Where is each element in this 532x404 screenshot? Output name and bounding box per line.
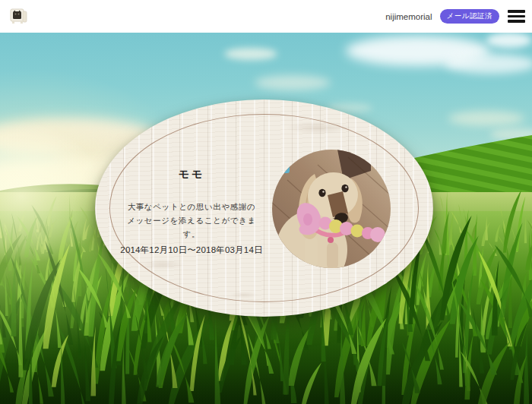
memorial-text: モモ 大事なペットとの思い出や感謝のメッセージを添えることができます。 2014…	[115, 168, 268, 256]
pet-name: モモ	[115, 168, 268, 180]
background-scene: モモ 大事なペットとの思い出や感謝のメッセージを添えることができます。 2014…	[0, 33, 532, 404]
pet-life-period: 2014年12月10日〜2018年03月14日	[115, 245, 268, 256]
brand-name: nijimemorial	[385, 12, 432, 21]
menu-button[interactable]	[507, 6, 526, 27]
memorial-message: 大事なペットとの思い出や感謝のメッセージを添えることができます。	[126, 200, 257, 241]
pet-memorial-logo-icon	[8, 7, 30, 26]
hamburger-icon	[508, 10, 525, 23]
memorial-card: モモ 大事なペットとの思い出や感謝のメッセージを添えることができます。 2014…	[95, 99, 433, 317]
dog-with-toy-photo-icon	[272, 150, 391, 268]
header-right: nijimemorial メール認証済	[385, 6, 526, 27]
header: nijimemorial メール認証済	[0, 0, 532, 33]
email-verified-badge: メール認証済	[440, 9, 499, 24]
pet-photo	[272, 150, 391, 268]
page: nijimemorial メール認証済	[0, 0, 532, 404]
site-logo[interactable]	[8, 7, 30, 26]
